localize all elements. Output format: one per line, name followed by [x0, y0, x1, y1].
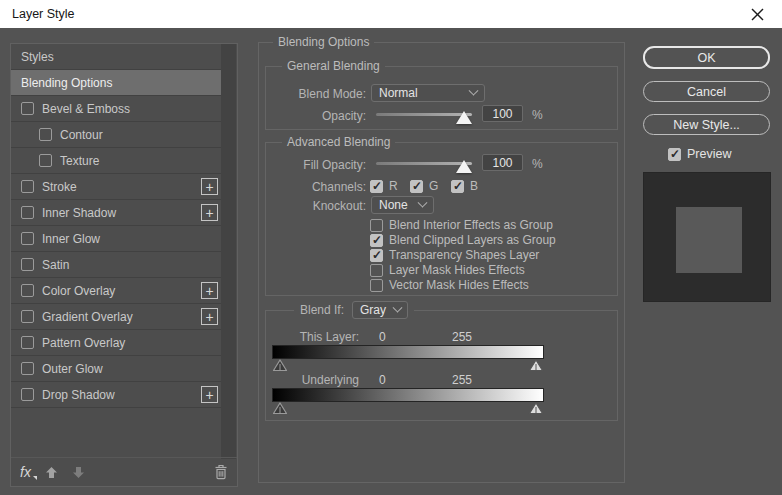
add-effect-button[interactable]: +: [201, 204, 218, 221]
sidebar-footer: fx: [11, 457, 237, 486]
option-transparency-shapes[interactable]: Transparency Shapes Layer: [370, 248, 539, 262]
effect-checkbox[interactable]: [39, 154, 52, 167]
fill-opacity-input[interactable]: [482, 154, 523, 171]
titlebar: Layer Style: [0, 0, 782, 28]
sidebar-item-bevel-emboss[interactable]: Bevel & Emboss: [11, 96, 222, 122]
vector-mask-hides-checkbox[interactable]: [370, 279, 383, 292]
knockout-dropdown[interactable]: None: [371, 196, 434, 214]
option-label: Transparency Shapes Layer: [389, 248, 539, 262]
underlying-layer-black-slider[interactable]: [272, 402, 288, 415]
close-button[interactable]: [744, 3, 770, 25]
this-layer-label: This Layer:: [266, 330, 359, 344]
blend-interior-checkbox[interactable]: [370, 219, 383, 232]
group-legend: General Blending: [282, 59, 385, 73]
option-layer-mask-hides[interactable]: Layer Mask Hides Effects: [370, 263, 525, 277]
fx-menu-button[interactable]: fx: [20, 464, 31, 480]
underlying-layer-white-slider[interactable]: [528, 402, 544, 415]
blend-if-dropdown[interactable]: Gray: [352, 301, 408, 319]
sidebar-item-styles[interactable]: Styles: [11, 44, 222, 70]
preview-swatch: [676, 207, 742, 273]
add-effect-button[interactable]: +: [201, 308, 218, 325]
channel-r-label: R: [389, 179, 398, 193]
chevron-down-icon: [393, 302, 403, 312]
this-layer-max: 255: [452, 330, 472, 344]
sidebar-item-inner-shadow[interactable]: Inner Shadow +: [11, 200, 222, 226]
general-blending-group: General Blending Blend Mode: Normal Opac…: [265, 66, 618, 130]
sidebar-item-satin[interactable]: Satin: [11, 252, 222, 278]
sidebar-item-color-overlay[interactable]: Color Overlay +: [11, 278, 222, 304]
sidebar-item-outer-glow[interactable]: Outer Glow: [11, 356, 222, 382]
blend-mode-label: Blend Mode:: [266, 87, 366, 101]
sidebar-item-label: Gradient Overlay: [42, 310, 133, 324]
underlying-layer-min: 0: [379, 373, 386, 387]
move-effect-up-button[interactable]: [45, 466, 58, 479]
opacity-slider-thumb[interactable]: [456, 111, 472, 124]
sidebar-item-stroke[interactable]: Stroke +: [11, 174, 222, 200]
option-label: Blend Interior Effects as Group: [389, 218, 553, 232]
underlying-layer-gradient-bar: [272, 388, 544, 402]
sidebar-item-label: Styles: [21, 50, 54, 64]
option-blend-clipped[interactable]: Blend Clipped Layers as Group: [370, 233, 556, 247]
new-style-button[interactable]: New Style...: [643, 114, 770, 135]
effect-checkbox[interactable]: [21, 284, 34, 297]
arrow-up-icon: [45, 466, 58, 479]
channel-g: G: [410, 179, 438, 193]
opacity-label: Opacity:: [266, 109, 366, 123]
this-layer-gradient-bar: [272, 345, 544, 359]
sidebar-item-contour[interactable]: Contour: [11, 122, 222, 148]
opacity-input[interactable]: [482, 105, 523, 122]
plus-icon: +: [205, 180, 213, 194]
channel-b-checkbox[interactable]: [451, 180, 464, 193]
effect-checkbox[interactable]: [21, 206, 34, 219]
effect-checkbox[interactable]: [21, 362, 34, 375]
this-layer-white-slider[interactable]: [528, 359, 544, 372]
effect-checkbox[interactable]: [21, 232, 34, 245]
move-effect-down-button[interactable]: [72, 466, 85, 479]
option-blend-interior[interactable]: Blend Interior Effects as Group: [370, 218, 553, 232]
blend-clipped-checkbox[interactable]: [370, 234, 383, 247]
blend-mode-dropdown[interactable]: Normal: [371, 84, 485, 102]
sidebar-item-texture[interactable]: Texture: [11, 148, 222, 174]
this-layer-black-slider[interactable]: [272, 359, 288, 372]
add-effect-button[interactable]: +: [201, 386, 218, 403]
effect-checkbox[interactable]: [21, 258, 34, 271]
option-vector-mask-hides[interactable]: Vector Mask Hides Effects: [370, 278, 529, 292]
this-layer-min: 0: [379, 330, 386, 344]
sidebar-item-gradient-overlay[interactable]: Gradient Overlay +: [11, 304, 222, 330]
arrow-down-icon: [72, 466, 85, 479]
sidebar-item-label: Inner Glow: [42, 232, 100, 246]
channel-r-checkbox[interactable]: [370, 180, 383, 193]
group-legend: Advanced Blending: [282, 135, 395, 149]
opacity-unit: %: [532, 108, 543, 122]
delete-effect-button[interactable]: [214, 464, 228, 480]
effect-checkbox[interactable]: [21, 180, 34, 193]
add-effect-button[interactable]: +: [201, 282, 218, 299]
channel-b: B: [451, 179, 478, 193]
transparency-shapes-checkbox[interactable]: [370, 249, 383, 262]
layer-mask-hides-checkbox[interactable]: [370, 264, 383, 277]
channel-g-checkbox[interactable]: [410, 180, 423, 193]
preview-toggle[interactable]: Preview: [668, 147, 731, 161]
add-effect-button[interactable]: +: [201, 178, 218, 195]
ok-button[interactable]: OK: [643, 46, 770, 69]
cancel-button[interactable]: Cancel: [643, 81, 770, 102]
effect-checkbox[interactable]: [39, 128, 52, 141]
fill-opacity-unit: %: [532, 157, 543, 171]
effect-checkbox[interactable]: [21, 102, 34, 115]
sidebar-scrollbar[interactable]: [221, 44, 236, 459]
sidebar-item-label: Outer Glow: [42, 362, 103, 376]
sidebar-item-pattern-overlay[interactable]: Pattern Overlay: [11, 330, 222, 356]
preview-checkbox[interactable]: [668, 148, 681, 161]
channel-g-label: G: [429, 179, 438, 193]
effect-checkbox[interactable]: [21, 388, 34, 401]
effect-checkbox[interactable]: [21, 336, 34, 349]
sidebar-item-drop-shadow[interactable]: Drop Shadow +: [11, 382, 222, 408]
sidebar-item-label: Satin: [42, 258, 69, 272]
sidebar-item-blending-options[interactable]: Blending Options: [11, 70, 222, 96]
sidebar-item-inner-glow[interactable]: Inner Glow: [11, 226, 222, 252]
fill-opacity-slider-thumb[interactable]: [456, 160, 472, 173]
option-label: Blend Clipped Layers as Group: [389, 233, 556, 247]
blend-mode-value: Normal: [379, 86, 418, 100]
effect-checkbox[interactable]: [21, 310, 34, 323]
panel-legend: Blending Options: [273, 35, 374, 49]
